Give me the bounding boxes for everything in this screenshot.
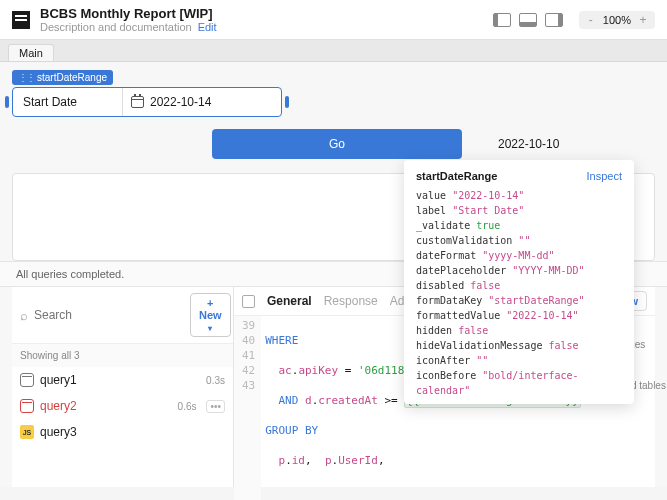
date-input-widget[interactable]: Start Date 2022-10-14 [12,87,282,117]
bottom-panel-toggle-icon[interactable] [519,13,537,27]
popover-property: label "Start Date" [416,203,622,218]
zoom-value: 100% [603,14,631,26]
query-time: 0.3s [206,375,225,386]
popover-property: dateFormat "yyyy-MM-dd" [416,248,622,263]
zoom-out-button[interactable]: - [585,13,597,27]
display-date: 2022-10-10 [498,137,559,151]
popover-property: datePlaceholder "YYYY-MM-DD" [416,263,622,278]
tab-general[interactable]: General [267,294,312,308]
query-name: query2 [40,399,77,413]
query-list-pane: ⌕ + New ▾ Showing all 3 query1 0.3s quer… [12,287,234,487]
search-input[interactable] [34,308,184,322]
popover-property: iconBefore "bold/interface-calendar" [416,368,622,398]
query-time: 0.6s [178,401,197,412]
left-panel-toggle-icon[interactable] [493,13,511,27]
popover-property: hideValidationMessage false [416,338,622,353]
popover-property: _validate true [416,218,622,233]
tab-response[interactable]: Response [324,294,378,308]
query-count-label: Showing all 3 [12,344,233,367]
go-button[interactable]: Go [212,129,462,159]
checkbox[interactable] [242,295,255,308]
query-name: query3 [40,425,77,439]
date-value[interactable]: 2022-10-14 [150,95,211,109]
new-query-button[interactable]: + New ▾ [190,293,231,337]
popover-property: hidden false [416,323,622,338]
layout-controls: - 100% + [493,11,655,29]
component-chip[interactable]: startDateRange [12,70,113,85]
page-subtitle: Description and documentation [40,21,192,33]
query-item[interactable]: query2 0.6s ••• [12,393,233,419]
js-icon: JS [20,425,34,439]
page-title: BCBS Monthly Report [WIP] [40,6,217,21]
query-name: query1 [40,373,77,387]
date-label: Start Date [13,88,123,116]
inspect-link[interactable]: Inspect [587,170,622,182]
right-panel-toggle-icon[interactable] [545,13,563,27]
edit-link[interactable]: Edit [198,21,217,33]
query-more-button[interactable]: ••• [206,400,225,413]
query-item[interactable]: query1 0.3s [12,367,233,393]
header-title-block: BCBS Monthly Report [WIP] Description an… [40,6,217,33]
status-text: All queries completed. [4,268,124,280]
popover-property: formattedValue "2022-10-14" [416,308,622,323]
inspector-popover: startDateRange Inspect value "2022-10-14… [404,160,634,404]
calendar-icon [131,96,144,108]
popover-property: value "2022-10-14" [416,188,622,203]
popover-property: formDataKey "startDateRange" [416,293,622,308]
app-logo [12,11,30,29]
query-item[interactable]: JS query3 [12,419,233,445]
zoom-control: - 100% + [579,11,655,29]
db-icon [20,373,34,387]
tab-strip: Main [0,40,667,62]
zoom-in-button[interactable]: + [637,13,649,27]
popover-property: iconAfter "" [416,353,622,368]
line-gutter: 39 40 41 42 43 [234,316,261,500]
popover-title: startDateRange [416,170,497,182]
app-header: BCBS Monthly Report [WIP] Description an… [0,0,667,40]
search-icon: ⌕ [20,308,28,323]
popover-property: customValidation "" [416,233,622,248]
tab-main[interactable]: Main [8,44,54,61]
db-error-icon [20,399,34,413]
popover-property: disabled false [416,278,622,293]
